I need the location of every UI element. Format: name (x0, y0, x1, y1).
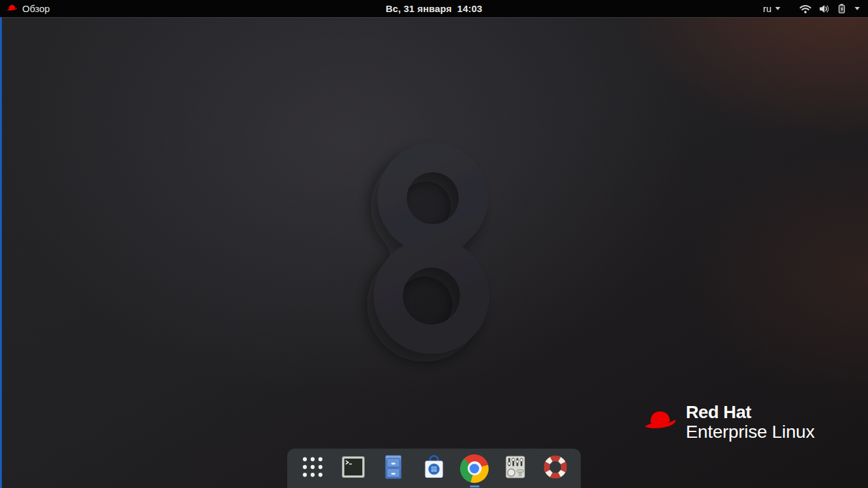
dock-item-chrome[interactable] (459, 453, 490, 484)
dock-item-help[interactable] (540, 453, 571, 484)
dock (287, 449, 581, 488)
files-icon (379, 453, 407, 484)
dropdown-caret-icon (775, 7, 780, 10)
brand-text: Red Hat Enterprise Linux (686, 403, 815, 441)
software-icon (420, 453, 448, 484)
brand-line2: Enterprise Linux (686, 422, 815, 441)
activities-button[interactable]: Обзор (0, 0, 56, 17)
dock-item-app-grid[interactable] (297, 453, 328, 484)
dock-item-terminal[interactable] (338, 453, 369, 484)
overview-label: Обзор (22, 0, 50, 17)
volume-icon (818, 4, 830, 14)
redhat-fedora-icon (6, 3, 18, 15)
desktop: Red Hat Enterprise Linux (0, 17, 868, 488)
language-label: ru (763, 3, 771, 14)
wifi-icon (799, 4, 811, 14)
brand-line1: Red Hat (686, 403, 815, 422)
system-status-area[interactable]: ru (763, 0, 868, 17)
desktop-top-highlight (0, 17, 868, 18)
system-icons[interactable] (799, 3, 860, 14)
chrome-icon (460, 454, 489, 483)
dock-item-software[interactable] (419, 453, 449, 484)
terminal-icon (339, 453, 367, 484)
rhel-brand: Red Hat Enterprise Linux (643, 403, 815, 441)
dock-item-files[interactable] (378, 453, 409, 484)
redhat-logo-icon (643, 409, 677, 435)
left-edge-accent (0, 17, 2, 488)
battery-charging-icon (837, 3, 848, 14)
top-bar: Обзор Вс, 31 января 14:03 ru (0, 0, 868, 17)
dock-item-tweaks[interactable] (500, 453, 531, 484)
running-indicator (470, 485, 479, 487)
wallpaper-numeral-8 (346, 128, 524, 383)
app-grid-icon (299, 454, 326, 483)
system-caret-icon (855, 7, 860, 10)
help-lifering-icon (541, 453, 569, 484)
clock[interactable]: Вс, 31 января 14:03 (386, 3, 482, 14)
language-selector[interactable]: ru (763, 3, 780, 14)
tweaks-icon (501, 453, 529, 484)
